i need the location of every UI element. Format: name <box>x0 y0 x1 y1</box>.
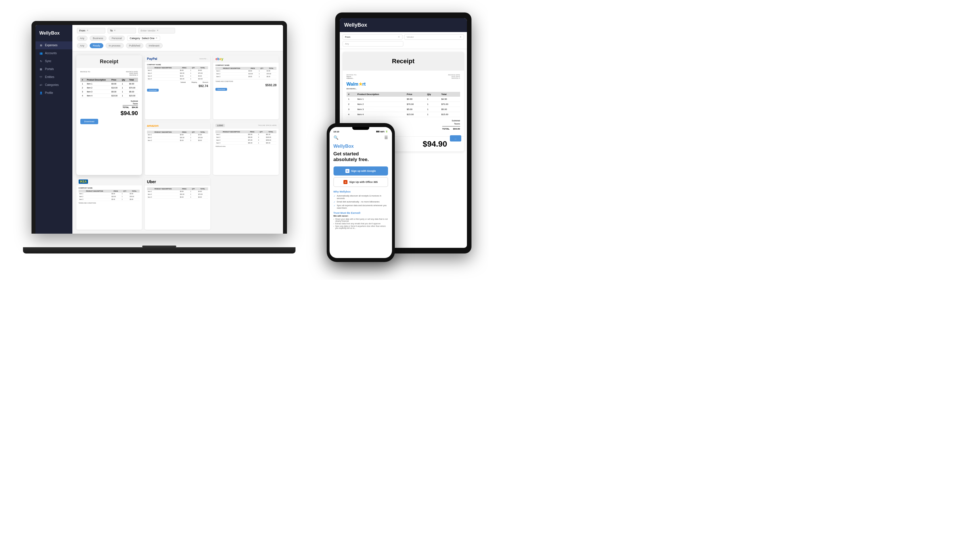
scene: WellyBox ⊞ Expenses 👥 Accounts ↻ Sync <box>17 12 472 268</box>
invoice-meta: Invoice No: ... <box>199 58 208 60</box>
paypal-receipt-card[interactable]: PayPal Invoice No: ... COMPANY NAME PROD… <box>145 55 210 119</box>
status-irrelevant[interactable]: Irrelevant <box>146 43 163 48</box>
vendor-input[interactable]: Enter Vendor ✕ <box>138 28 175 33</box>
status-any[interactable]: Any <box>77 43 88 48</box>
total-row: TOTAL $94.90 <box>123 105 138 108</box>
table-row: Item 3$5.001$5.00 <box>147 75 208 77</box>
tablet-action-button[interactable]: ... <box>450 135 461 142</box>
laptop-sidebar: WellyBox ⊞ Expenses 👥 Accounts ↻ Sync <box>35 25 72 233</box>
col-qty: Qty <box>120 78 127 82</box>
table-row: Item 1$9.901$4.90 <box>216 70 276 73</box>
filter-any[interactable]: Any <box>77 36 88 41</box>
search-icon[interactable]: 🔍 <box>333 135 338 140</box>
trust-title: Trust Must Be Earned!We will never: <box>333 212 388 217</box>
to-clear-icon[interactable]: ✕ <box>114 29 116 32</box>
site-receipt-card[interactable]: LOGO TAGLINE SPACE HERE PRODUCT DESCRIPT… <box>213 122 279 175</box>
tablet-logo: WellyBox <box>344 22 462 28</box>
amazon-receipt-card[interactable]: amazon PRODUCT DESCRIPTIONPRICEQTYTOTAL … <box>145 122 210 175</box>
company-name: COMPANY NAME <box>147 64 208 65</box>
phone-app-logo: WellyBox <box>333 144 388 149</box>
tablet-receipt-header: Receipt <box>343 52 464 71</box>
ebay-logo: ebay <box>216 57 223 61</box>
feature-item-2: ✓ Sync all expense data and documents wh… <box>333 204 388 209</box>
toolbar-date-row: From ✕ To ✕ Enter Vendor ✕ <box>77 28 278 33</box>
users-icon: 👥 <box>39 52 43 55</box>
table-row: 4Item 4 $15.00 1 $15.00 <box>80 93 138 98</box>
uber-card-body: PRODUCT DESCRIPTIONPRICEQTYTOTAL Item 1$… <box>145 186 210 200</box>
phone-time: 10:10 <box>333 130 339 133</box>
uber-logo: Uber <box>147 180 156 184</box>
from-clear-icon[interactable]: ✕ <box>87 29 89 32</box>
invoice-to-label: INVOICE TO: <box>80 71 90 76</box>
featured-receipt-card[interactable]: Receipt INVOICE TO: INVOICE DATE DUE DAT… <box>76 55 142 175</box>
ikea-logo: IKEA <box>79 180 88 184</box>
receipt-totals: Subtotal Taxes TOTAL $94.90 <box>80 100 138 108</box>
why-wellybox-title: Why Wellybox <box>333 190 388 193</box>
laptop-base <box>23 247 296 253</box>
laptop: WellyBox ⊞ Expenses 👥 Accounts ↻ Sync <box>32 21 287 253</box>
check-icon: ✓ <box>333 201 336 203</box>
signup-office-button[interactable]: O Sign Up with Office 365 <box>333 177 388 187</box>
bullet-icon: • <box>333 223 334 225</box>
menu-icon[interactable]: ☰ <box>384 135 388 140</box>
sidebar-item-entities[interactable]: 🛡 Entities <box>35 73 72 81</box>
phone-screen: 10:10 ▮▮▮ WiFi 🔋 🔍 ☰ WellyBox Get starte… <box>330 127 392 258</box>
tablet-from-input[interactable]: From ✕ <box>343 34 403 40</box>
col-total: Total <box>127 78 138 82</box>
paypal-card-header: PayPal Invoice No: ... <box>145 55 210 62</box>
signup-google-button[interactable]: G Sign up with Google <box>333 167 388 175</box>
table-row: Item 3$5.001$5.00 <box>79 198 140 201</box>
company-name: COMPANY NAME <box>216 64 276 66</box>
from-input[interactable]: From ✕ <box>77 28 105 33</box>
table-row: Item 2$40.002$100.00 <box>216 136 276 138</box>
download-button[interactable]: Download <box>80 119 99 124</box>
tablet-receipt-title: Receipt <box>348 58 458 65</box>
table-row: Item 2$10.001$70.00 <box>216 72 276 75</box>
table-row: 2 Item 2 $70.00 1 $70.00 <box>346 102 460 107</box>
status-inprocess[interactable]: In process <box>105 43 124 48</box>
table-row: Item 2$10.001$70.00 <box>79 195 140 198</box>
laptop-body: WellyBox ⊞ Expenses 👥 Accounts ↻ Sync <box>32 21 287 233</box>
table-row: Item 1$30.002$81.00 <box>216 133 276 136</box>
uber-card-header: Uber <box>145 178 210 186</box>
filter-personal[interactable]: Personal <box>109 36 125 41</box>
filter-business[interactable]: Business <box>90 36 107 41</box>
to-input[interactable]: To ✕ <box>107 28 136 33</box>
invoice-dates: INVOICE DATE DUE DATE INVOICE # <box>126 71 138 76</box>
featured-receipt-header: Receipt <box>76 55 142 68</box>
shield-icon: 🛡 <box>39 75 43 79</box>
status-published[interactable]: Published <box>126 43 144 48</box>
branding-text: BRANDING... <box>346 88 460 90</box>
sidebar-item-expenses[interactable]: ⊞ Expenses <box>35 42 72 49</box>
download-button-small[interactable]: Download <box>147 89 159 92</box>
category-clear-icon[interactable]: ✕ <box>156 37 157 39</box>
vendor-clear-icon[interactable]: ✕ <box>157 29 159 32</box>
sidebar-item-categories[interactable]: 🏷 Categories <box>35 81 72 89</box>
amazon-logo: amazon <box>147 124 159 127</box>
tablet-vendor-input[interactable]: Vendor ✕ <box>404 34 464 40</box>
walmart-logo: Walm★rt <box>346 82 460 87</box>
category-select[interactable]: Category Select One ✕ <box>127 36 160 41</box>
laptop-toolbar: From ✕ To ✕ Enter Vendor ✕ <box>72 25 283 51</box>
ikea-card-header: IKEA <box>76 178 142 185</box>
feature-item-1: ✓ Email diet automatically - no more bil… <box>333 200 388 203</box>
tablet-any-input[interactable]: Any <box>343 41 403 47</box>
tablet-filter-row: From ✕ Vendor ✕ Any <box>340 32 467 49</box>
download-button-small[interactable]: Download <box>216 88 227 91</box>
receipt-table-small: PRODUCT DESCRIPTIONPRICEQTYTOTAL Item 1$… <box>216 130 276 145</box>
sidebar-item-portals[interactable]: ▦ Portals <box>35 65 72 73</box>
paypal-logo: PayPal <box>147 57 157 60</box>
ikea-receipt-card[interactable]: IKEA COMPANY NAME PRODUCT DESCRIPTIONPRI… <box>76 178 142 230</box>
table-row: Item 2$10.001$70.00 <box>147 193 208 196</box>
sidebar-item-profile[interactable]: 👤 Profile <box>35 89 72 97</box>
uber-receipt-card[interactable]: Uber PRODUCT DESCRIPTIONPRICEQTYTOTAL It… <box>145 178 210 230</box>
google-g-icon: G <box>345 169 350 173</box>
chart-icon: ▦ <box>39 67 43 71</box>
col-desc: Product Description <box>85 78 110 82</box>
sidebar-item-sync[interactable]: ↻ Sync <box>35 57 72 65</box>
ebay-receipt-card[interactable]: ebay COMPANY NAME PRODUCT DESCRIPTIONPRI… <box>213 55 279 119</box>
grid-icon: ⊞ <box>39 44 43 47</box>
sidebar-item-accounts[interactable]: 👥 Accounts <box>35 49 72 57</box>
status-ready[interactable]: Ready <box>90 43 103 48</box>
phone-notch <box>352 127 369 130</box>
